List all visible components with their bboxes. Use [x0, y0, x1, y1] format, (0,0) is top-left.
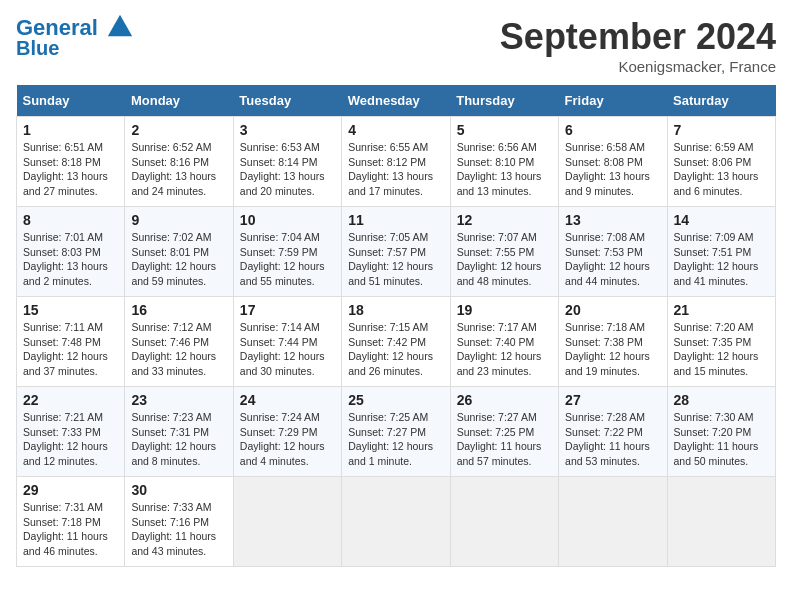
day-number: 29 [23, 482, 118, 498]
day-number: 25 [348, 392, 443, 408]
day-number: 7 [674, 122, 769, 138]
calendar-cell: 5Sunrise: 6:56 AMSunset: 8:10 PMDaylight… [450, 117, 558, 207]
calendar-cell: 30Sunrise: 7:33 AMSunset: 7:16 PMDayligh… [125, 477, 233, 567]
day-info: Sunrise: 7:21 AMSunset: 7:33 PMDaylight:… [23, 410, 118, 469]
calendar-cell [233, 477, 341, 567]
calendar-cell: 8Sunrise: 7:01 AMSunset: 8:03 PMDaylight… [17, 207, 125, 297]
day-number: 4 [348, 122, 443, 138]
calendar-cell: 11Sunrise: 7:05 AMSunset: 7:57 PMDayligh… [342, 207, 450, 297]
calendar-cell: 4Sunrise: 6:55 AMSunset: 8:12 PMDaylight… [342, 117, 450, 207]
day-number: 3 [240, 122, 335, 138]
day-info: Sunrise: 7:31 AMSunset: 7:18 PMDaylight:… [23, 500, 118, 559]
calendar-cell [342, 477, 450, 567]
calendar-week-4: 29Sunrise: 7:31 AMSunset: 7:18 PMDayligh… [17, 477, 776, 567]
col-header-thursday: Thursday [450, 85, 558, 117]
calendar-cell: 3Sunrise: 6:53 AMSunset: 8:14 PMDaylight… [233, 117, 341, 207]
calendar-cell: 23Sunrise: 7:23 AMSunset: 7:31 PMDayligh… [125, 387, 233, 477]
col-header-friday: Friday [559, 85, 667, 117]
day-number: 1 [23, 122, 118, 138]
title-section: September 2024 Koenigsmacker, France [500, 16, 776, 75]
day-info: Sunrise: 7:02 AMSunset: 8:01 PMDaylight:… [131, 230, 226, 289]
calendar-cell: 27Sunrise: 7:28 AMSunset: 7:22 PMDayligh… [559, 387, 667, 477]
day-info: Sunrise: 7:04 AMSunset: 7:59 PMDaylight:… [240, 230, 335, 289]
calendar-cell: 19Sunrise: 7:17 AMSunset: 7:40 PMDayligh… [450, 297, 558, 387]
calendar-cell [559, 477, 667, 567]
calendar-table: SundayMondayTuesdayWednesdayThursdayFrid… [16, 85, 776, 567]
calendar-week-0: 1Sunrise: 6:51 AMSunset: 8:18 PMDaylight… [17, 117, 776, 207]
day-number: 11 [348, 212, 443, 228]
col-header-tuesday: Tuesday [233, 85, 341, 117]
day-number: 14 [674, 212, 769, 228]
calendar-cell: 7Sunrise: 6:59 AMSunset: 8:06 PMDaylight… [667, 117, 775, 207]
calendar-week-2: 15Sunrise: 7:11 AMSunset: 7:48 PMDayligh… [17, 297, 776, 387]
calendar-cell: 22Sunrise: 7:21 AMSunset: 7:33 PMDayligh… [17, 387, 125, 477]
day-info: Sunrise: 7:24 AMSunset: 7:29 PMDaylight:… [240, 410, 335, 469]
day-info: Sunrise: 6:52 AMSunset: 8:16 PMDaylight:… [131, 140, 226, 199]
day-number: 2 [131, 122, 226, 138]
calendar-cell: 12Sunrise: 7:07 AMSunset: 7:55 PMDayligh… [450, 207, 558, 297]
day-info: Sunrise: 7:15 AMSunset: 7:42 PMDaylight:… [348, 320, 443, 379]
calendar-cell: 17Sunrise: 7:14 AMSunset: 7:44 PMDayligh… [233, 297, 341, 387]
day-info: Sunrise: 6:59 AMSunset: 8:06 PMDaylight:… [674, 140, 769, 199]
logo: General Blue [16, 16, 134, 59]
calendar-cell: 24Sunrise: 7:24 AMSunset: 7:29 PMDayligh… [233, 387, 341, 477]
calendar-cell: 13Sunrise: 7:08 AMSunset: 7:53 PMDayligh… [559, 207, 667, 297]
day-info: Sunrise: 7:18 AMSunset: 7:38 PMDaylight:… [565, 320, 660, 379]
day-info: Sunrise: 7:25 AMSunset: 7:27 PMDaylight:… [348, 410, 443, 469]
day-info: Sunrise: 6:58 AMSunset: 8:08 PMDaylight:… [565, 140, 660, 199]
day-number: 15 [23, 302, 118, 318]
col-header-sunday: Sunday [17, 85, 125, 117]
day-info: Sunrise: 7:07 AMSunset: 7:55 PMDaylight:… [457, 230, 552, 289]
day-info: Sunrise: 6:51 AMSunset: 8:18 PMDaylight:… [23, 140, 118, 199]
day-info: Sunrise: 7:17 AMSunset: 7:40 PMDaylight:… [457, 320, 552, 379]
day-number: 12 [457, 212, 552, 228]
day-number: 20 [565, 302, 660, 318]
day-info: Sunrise: 7:30 AMSunset: 7:20 PMDaylight:… [674, 410, 769, 469]
month-title: September 2024 [500, 16, 776, 58]
calendar-cell: 9Sunrise: 7:02 AMSunset: 8:01 PMDaylight… [125, 207, 233, 297]
calendar-cell: 1Sunrise: 6:51 AMSunset: 8:18 PMDaylight… [17, 117, 125, 207]
day-info: Sunrise: 7:01 AMSunset: 8:03 PMDaylight:… [23, 230, 118, 289]
calendar-cell: 2Sunrise: 6:52 AMSunset: 8:16 PMDaylight… [125, 117, 233, 207]
day-number: 13 [565, 212, 660, 228]
day-number: 9 [131, 212, 226, 228]
day-info: Sunrise: 7:11 AMSunset: 7:48 PMDaylight:… [23, 320, 118, 379]
day-info: Sunrise: 7:08 AMSunset: 7:53 PMDaylight:… [565, 230, 660, 289]
calendar-week-1: 8Sunrise: 7:01 AMSunset: 8:03 PMDaylight… [17, 207, 776, 297]
svg-marker-0 [108, 15, 132, 36]
calendar-cell: 25Sunrise: 7:25 AMSunset: 7:27 PMDayligh… [342, 387, 450, 477]
col-header-saturday: Saturday [667, 85, 775, 117]
day-info: Sunrise: 7:05 AMSunset: 7:57 PMDaylight:… [348, 230, 443, 289]
col-header-wednesday: Wednesday [342, 85, 450, 117]
day-number: 28 [674, 392, 769, 408]
day-info: Sunrise: 6:53 AMSunset: 8:14 PMDaylight:… [240, 140, 335, 199]
calendar-cell: 21Sunrise: 7:20 AMSunset: 7:35 PMDayligh… [667, 297, 775, 387]
calendar-cell [667, 477, 775, 567]
day-info: Sunrise: 7:27 AMSunset: 7:25 PMDaylight:… [457, 410, 552, 469]
day-number: 10 [240, 212, 335, 228]
day-info: Sunrise: 7:20 AMSunset: 7:35 PMDaylight:… [674, 320, 769, 379]
day-number: 18 [348, 302, 443, 318]
day-number: 16 [131, 302, 226, 318]
calendar-cell: 20Sunrise: 7:18 AMSunset: 7:38 PMDayligh… [559, 297, 667, 387]
day-info: Sunrise: 7:09 AMSunset: 7:51 PMDaylight:… [674, 230, 769, 289]
calendar-cell [450, 477, 558, 567]
calendar-cell: 26Sunrise: 7:27 AMSunset: 7:25 PMDayligh… [450, 387, 558, 477]
page-header: General Blue September 2024 Koenigsmacke… [16, 16, 776, 75]
day-number: 26 [457, 392, 552, 408]
day-number: 22 [23, 392, 118, 408]
day-number: 19 [457, 302, 552, 318]
calendar-cell: 6Sunrise: 6:58 AMSunset: 8:08 PMDaylight… [559, 117, 667, 207]
day-info: Sunrise: 6:55 AMSunset: 8:12 PMDaylight:… [348, 140, 443, 199]
day-info: Sunrise: 7:12 AMSunset: 7:46 PMDaylight:… [131, 320, 226, 379]
calendar-cell: 15Sunrise: 7:11 AMSunset: 7:48 PMDayligh… [17, 297, 125, 387]
day-number: 6 [565, 122, 660, 138]
day-number: 5 [457, 122, 552, 138]
day-number: 21 [674, 302, 769, 318]
day-number: 27 [565, 392, 660, 408]
calendar-cell: 16Sunrise: 7:12 AMSunset: 7:46 PMDayligh… [125, 297, 233, 387]
day-info: Sunrise: 6:56 AMSunset: 8:10 PMDaylight:… [457, 140, 552, 199]
day-info: Sunrise: 7:14 AMSunset: 7:44 PMDaylight:… [240, 320, 335, 379]
calendar-header-row: SundayMondayTuesdayWednesdayThursdayFrid… [17, 85, 776, 117]
day-info: Sunrise: 7:23 AMSunset: 7:31 PMDaylight:… [131, 410, 226, 469]
